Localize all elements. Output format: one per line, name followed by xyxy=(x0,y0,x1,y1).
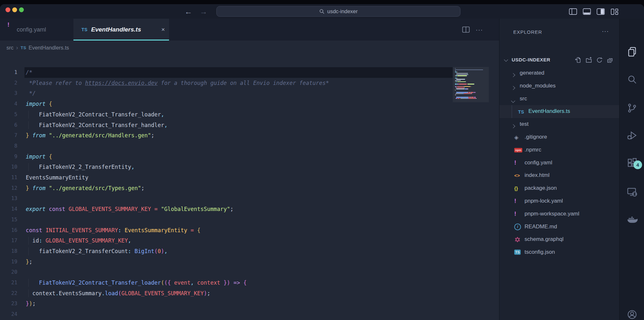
tree-item--gitignore[interactable]: ◈.gitignore xyxy=(499,131,619,144)
code-line[interactable]: }; xyxy=(0,257,451,267)
breadcrumb-folder[interactable]: src xyxy=(6,45,14,51)
remote-explorer-icon[interactable] xyxy=(627,187,638,197)
tab-eventhandlers-ts[interactable]: TS EventHandlers.ts × xyxy=(73,19,169,41)
project-root-row[interactable]: USDC-INDEXER xyxy=(499,54,619,67)
account-icon[interactable] xyxy=(627,309,638,320)
line-number: 8 xyxy=(0,141,17,151)
command-center-search[interactable]: usdc-indexer xyxy=(216,6,460,17)
forward-button[interactable]: → xyxy=(199,5,208,18)
chevron-right-icon xyxy=(511,124,515,128)
code-line[interactable]: *Please refer to https://docs.envio.dev … xyxy=(0,78,451,88)
code-line[interactable]: FiatTokenV2_2_TransferEntity, xyxy=(0,162,451,172)
code-line[interactable]: } from "../generated/src/Types.gen"; xyxy=(0,183,451,194)
breadcrumb-file[interactable]: EventHandlers.ts xyxy=(29,45,69,51)
tab-label: EventHandlers.ts xyxy=(91,26,141,33)
tree-item-package-json[interactable]: {}package.json xyxy=(499,182,619,195)
code-line[interactable]: /* xyxy=(0,67,451,78)
code-line[interactable]: const INITIAL_EVENTS_SUMMARY: EventsSumm… xyxy=(0,225,451,236)
code-line[interactable]: }); xyxy=(0,298,451,309)
customize-layout-icon[interactable] xyxy=(610,8,619,15)
code-line[interactable]: } from "../generated/src/Handlers.gen"; xyxy=(0,130,451,141)
project-name: USDC-INDEXER xyxy=(512,57,550,62)
new-file-icon[interactable] xyxy=(575,57,582,63)
code-line[interactable]: */ xyxy=(0,88,451,99)
code-editor[interactable]: 1234567891011121314151617181920212223242… xyxy=(0,55,499,320)
code-line[interactable]: FiatTokenV2_2Contract_Transfer_loader(({… xyxy=(0,278,451,288)
tree-item-test[interactable]: test xyxy=(499,118,619,131)
line-number: 24 xyxy=(0,309,17,320)
explorer-title: EXPLORER xyxy=(513,29,542,35)
tree-indent-guide xyxy=(512,105,512,118)
typescript-file-icon: TS xyxy=(518,109,524,114)
yaml-file-icon: ! xyxy=(514,159,516,166)
tree-item-readme-md[interactable]: iREADME.md xyxy=(499,221,619,233)
tree-item-eventhandlers-ts[interactable]: TSEventHandlers.ts xyxy=(499,105,619,118)
code-line[interactable]: export const GLOBAL_EVENTS_SUMMARY_KEY =… xyxy=(0,204,451,215)
toggle-secondary-sidebar-icon[interactable] xyxy=(596,8,605,15)
typescript-config-icon: TS xyxy=(514,250,521,255)
indent-guide xyxy=(28,237,29,245)
code-line[interactable]: import { xyxy=(0,151,451,162)
explorer-icon[interactable] xyxy=(627,46,638,57)
maximize-window-button[interactable] xyxy=(19,7,24,12)
json-file-icon: {} xyxy=(514,186,518,191)
indent-guide xyxy=(28,279,29,287)
line-number: 13 xyxy=(0,193,17,204)
run-debug-icon[interactable] xyxy=(627,130,638,141)
chevron-down-icon xyxy=(511,99,515,103)
code-line[interactable]: id: GLOBAL_EVENTS_SUMMARY_KEY, xyxy=(0,235,451,246)
npm-file-icon: npm xyxy=(514,148,522,152)
breadcrumb-separator-icon: › xyxy=(16,44,18,51)
back-button[interactable]: ← xyxy=(184,5,193,18)
collapse-all-icon[interactable] xyxy=(607,57,613,63)
tree-item-src[interactable]: src xyxy=(499,93,619,105)
code-line[interactable]: EventsSummaryEntity xyxy=(0,172,451,183)
tree-item-tsconfig-json[interactable]: TStsconfig.json xyxy=(499,246,619,259)
html-file-icon: <> xyxy=(514,173,520,178)
graphql-file-icon xyxy=(514,236,521,244)
file-tree: generatednode_modulessrcTSEventHandlers.… xyxy=(499,67,619,320)
tree-item-config-yaml[interactable]: !config.yaml xyxy=(499,157,619,169)
tree-item-pnpm-workspace-yaml[interactable]: !pnpm-workspace.yaml xyxy=(499,208,619,221)
explorer-sidebar: EXPLORER ··· USDC-INDEXER generatednode_… xyxy=(499,19,619,320)
tab-config-yaml[interactable]: ! config.yaml xyxy=(0,19,73,41)
readme-info-icon: i xyxy=(514,224,521,230)
docker-icon[interactable] xyxy=(627,214,638,225)
tree-item--npmrc[interactable]: npm.npmrc xyxy=(499,144,619,157)
close-window-button[interactable] xyxy=(5,7,10,12)
editor-more-actions-icon[interactable]: ··· xyxy=(476,26,483,33)
extensions-badge: 4 xyxy=(633,160,642,169)
breadcrumb: src › TS EventHandlers.ts xyxy=(0,41,499,55)
code-line[interactable]: FiatTokenV2_2Contract_Transfer_handler, xyxy=(0,120,451,131)
split-editor-icon[interactable] xyxy=(462,26,470,33)
close-tab-icon[interactable]: × xyxy=(161,26,165,33)
line-number: 20 xyxy=(0,267,17,278)
source-control-icon[interactable] xyxy=(627,103,638,114)
refresh-icon[interactable] xyxy=(596,57,603,63)
search-icon[interactable] xyxy=(627,74,638,85)
code-line[interactable]: FiatTokenV2_2Contract_Transfer_loader, xyxy=(0,109,451,120)
tree-item-node-modules[interactable]: node_modules xyxy=(499,80,619,93)
tree-item-generated[interactable]: generated xyxy=(499,67,619,80)
tree-item-index-html[interactable]: <>index.html xyxy=(499,169,619,182)
new-folder-icon[interactable] xyxy=(585,57,592,63)
code-line[interactable]: import { xyxy=(0,99,451,109)
tree-item-pnpm-lock-yaml[interactable]: !pnpm-lock.yaml xyxy=(499,195,619,208)
yaml-file-icon: ! xyxy=(514,197,516,205)
code-line[interactable]: fiatTokenV2_2_TransferCount: BigInt(0), xyxy=(0,246,451,257)
code-line[interactable]: context.EventsSummary.load(GLOBAL_EVENTS… xyxy=(0,288,451,299)
minimize-window-button[interactable] xyxy=(12,7,17,12)
screen: ← → usdc-indexer ! config.yaml TS EventH… xyxy=(0,0,644,320)
tab-bar: ! config.yaml TS EventHandlers.ts × ··· xyxy=(0,19,499,41)
toggle-panel-icon[interactable] xyxy=(582,8,591,15)
explorer-more-actions-icon[interactable]: ··· xyxy=(602,28,609,35)
tree-item-schema-graphql[interactable]: schema.graphql xyxy=(499,233,619,246)
chevron-down-icon xyxy=(504,58,508,62)
toggle-primary-sidebar-icon[interactable] xyxy=(569,8,577,15)
indent-guide xyxy=(28,247,29,255)
vscode-window: ← → usdc-indexer ! config.yaml TS EventH… xyxy=(0,4,644,320)
indent-guide xyxy=(28,121,29,129)
yaml-file-icon: ! xyxy=(514,210,516,217)
minimap[interactable] xyxy=(453,67,489,102)
typescript-file-icon: TS xyxy=(21,45,26,50)
